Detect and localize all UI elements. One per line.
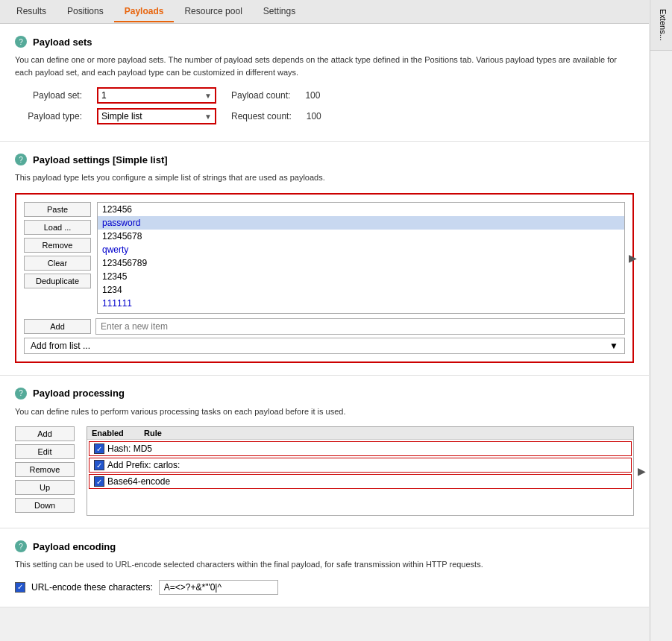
url-encode-checkbox[interactable]: ✓ [15, 582, 25, 593]
payload-processing-desc: You can define rules to perform various … [15, 405, 634, 418]
rule-enabled-checkbox-1[interactable]: ✓ [94, 443, 104, 454]
list-item[interactable]: 1234 [98, 283, 624, 297]
list-item[interactable]: password [98, 216, 624, 230]
payload-count-label: Payload count: [231, 90, 290, 101]
payload-settings-title: Payload settings [Simple list] [33, 154, 168, 165]
list-item[interactable]: 123456 [98, 203, 624, 216]
payload-encoding-help-icon[interactable]: ? [15, 540, 27, 552]
paste-button[interactable]: Paste [24, 202, 91, 217]
list-item[interactable]: 111111 [98, 297, 624, 310]
rule-enabled-checkbox-2[interactable]: ✓ [94, 460, 104, 470]
enabled-column-header: Enabled [92, 429, 144, 438]
right-sidebar: Extens... [650, 0, 672, 641]
payload-type-arrow-icon: ▼ [204, 113, 212, 121]
add-from-list-dropdown[interactable]: Add from list ... ▼ [24, 338, 625, 354]
proc-edit-button[interactable]: Edit [15, 444, 75, 459]
payload-list[interactable]: 123456 password 12345678 qwerty 12345678… [97, 202, 625, 314]
tab-payloads[interactable]: Payloads [114, 1, 175, 22]
clear-button[interactable]: Clear [24, 256, 91, 271]
request-count-label: Request count: [231, 111, 292, 121]
url-encode-row: ✓ URL-encode these characters: [15, 580, 634, 595]
load-button[interactable]: Load ... [24, 220, 91, 235]
add-item-input[interactable] [95, 318, 625, 335]
payload-settings-help-icon[interactable]: ? [15, 154, 27, 165]
list-item[interactable]: qwerty [98, 243, 624, 256]
payload-set-value: 1 [101, 90, 107, 101]
deduplicate-button[interactable]: Deduplicate [24, 274, 91, 288]
proc-remove-button[interactable]: Remove [15, 462, 75, 477]
payload-sets-title: Payload sets [33, 37, 92, 48]
url-encode-label: URL-encode these characters: [31, 582, 153, 593]
remove-button[interactable]: Remove [24, 238, 91, 253]
payload-count-value: 100 [305, 90, 320, 101]
payload-type-value: Simple list [101, 111, 142, 121]
url-encode-input[interactable] [159, 580, 278, 595]
payload-sets-section: ? Payload sets You can define one or mor… [0, 24, 649, 142]
payload-list-container: 123456 password 12345678 qwerty 12345678… [97, 202, 625, 314]
list-item[interactable]: 123456789 [98, 256, 624, 270]
payload-type-label: Payload type: [15, 111, 82, 121]
request-count-value: 100 [307, 111, 321, 121]
rule-text-1: Hash: MD5 [107, 443, 152, 454]
payload-type-row: Payload type: Simple list ▼ Request coun… [15, 108, 634, 124]
list-action-buttons: Paste Load ... Remove Clear Deduplicate [24, 202, 91, 314]
add-from-list-arrow-icon: ▼ [609, 341, 618, 351]
tab-bar: Results Positions Payloads Resource pool… [0, 0, 649, 24]
list-item[interactable]: 12345678 [98, 230, 624, 243]
payload-encoding-desc: This setting can be used to URL-encode s… [15, 558, 634, 571]
add-button[interactable]: Add [24, 319, 91, 334]
payload-encoding-section: ? Payload encoding This setting can be u… [0, 528, 649, 607]
payload-processing-help-icon[interactable]: ? [15, 388, 27, 400]
extensions-tab[interactable]: Extens... [650, 0, 672, 51]
processing-rule-row[interactable]: ✓ Base64-encode [89, 474, 632, 489]
payload-settings-desc: This payload type lets you configure a s… [15, 171, 634, 184]
processing-rule-row[interactable]: ✓ Add Prefix: carlos: [89, 458, 632, 473]
rule-enabled-checkbox-3[interactable]: ✓ [94, 476, 104, 487]
rule-text-2: Add Prefix: carlos: [107, 460, 180, 470]
processing-table: Enabled Rule ✓ Hash: MD5 ✓ Add Prefix: c… [87, 426, 634, 516]
proc-add-button[interactable]: Add [15, 426, 75, 441]
proc-scroll-right-icon: ▶ [638, 465, 646, 477]
rule-column-header: Rule [144, 429, 629, 438]
rule-text-3: Base64-encode [107, 476, 170, 487]
add-item-row: Add [24, 318, 625, 335]
tab-positions[interactable]: Positions [57, 1, 114, 22]
tab-resource-pool[interactable]: Resource pool [174, 1, 252, 22]
add-from-list-label: Add from list ... [31, 341, 90, 351]
processing-table-header: Enabled Rule [87, 427, 633, 440]
payload-set-dropdown[interactable]: 1 ▼ [97, 87, 216, 104]
proc-down-button[interactable]: Down [15, 498, 75, 513]
payload-set-label: Payload set: [15, 90, 82, 101]
payload-sets-help-icon[interactable]: ? [15, 36, 27, 48]
payload-encoding-title: Payload encoding [33, 541, 116, 552]
payload-processing-title: Payload processing [33, 388, 125, 399]
processing-buttons: Add Edit Remove Up Down [15, 426, 75, 516]
processing-rule-row[interactable]: ✓ Hash: MD5 [89, 441, 632, 456]
scroll-right-icon: ▶ [629, 252, 637, 264]
payload-sets-desc: You can define one or more payload sets.… [15, 54, 634, 78]
payload-set-arrow-icon: ▼ [204, 92, 212, 100]
payload-settings-section: ? Payload settings [Simple list] This pa… [0, 142, 649, 376]
tab-results[interactable]: Results [6, 1, 57, 22]
payload-settings-box: Paste Load ... Remove Clear Deduplicate … [15, 193, 634, 363]
payload-processing-section: ? Payload processing You can define rule… [0, 376, 649, 529]
payload-set-row: Payload set: 1 ▼ Payload count: 100 [15, 87, 634, 104]
processing-layout: Add Edit Remove Up Down Enabled Rule [15, 426, 634, 516]
tab-settings[interactable]: Settings [253, 1, 306, 22]
payload-type-dropdown[interactable]: Simple list ▼ [97, 108, 216, 124]
list-item[interactable]: 12345 [98, 270, 624, 283]
proc-up-button[interactable]: Up [15, 480, 75, 495]
